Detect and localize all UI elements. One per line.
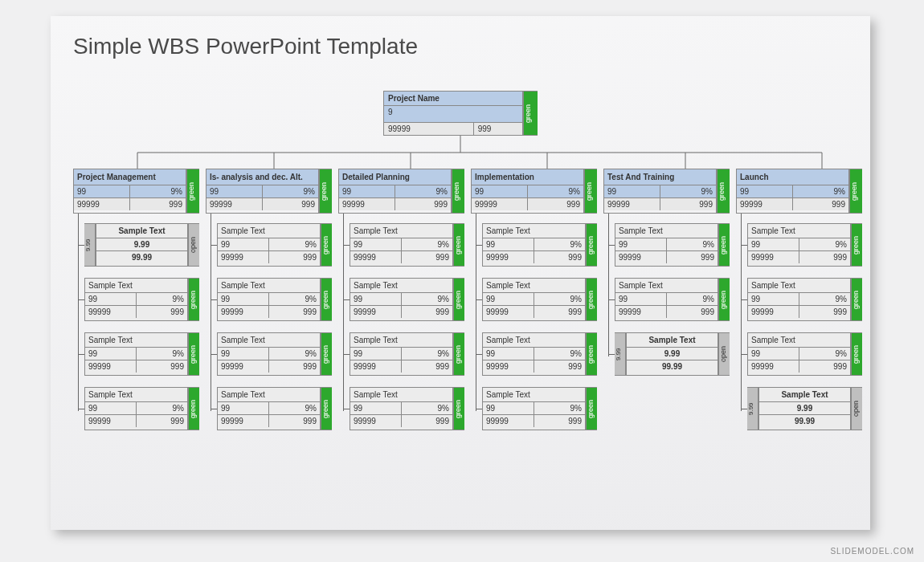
task-val-a: 99 xyxy=(748,238,799,250)
task-val-a: 99 xyxy=(350,293,402,305)
wbs-root-body: Project Name 9 99999 999 xyxy=(383,91,523,136)
task-status-badge: open xyxy=(851,387,862,430)
task-val-c: 99999 xyxy=(218,415,269,427)
category-status-badge: green xyxy=(584,169,597,214)
wbs-category: Implementation 999% 99999999 green Sampl… xyxy=(471,169,597,430)
task-val-a: 99 xyxy=(218,293,269,305)
cat-val-b: 9% xyxy=(528,185,583,198)
wbs-root: Project Name 9 99999 999 green xyxy=(383,91,538,136)
task-val-c: 99999 xyxy=(748,360,799,373)
task-title: Sample Text xyxy=(483,224,585,238)
task-val-b: 9% xyxy=(667,238,718,250)
task-val-c: 99999 xyxy=(218,251,269,263)
watermark: SLIDEMODEL.COM xyxy=(830,547,914,556)
task-val-d: 999 xyxy=(534,360,585,373)
category-name: Implementation xyxy=(472,169,583,185)
wbs-task: Sample Text 999% 99999999 green xyxy=(84,332,199,376)
wbs-category: Launch 999% 99999999 green Sample Text 9… xyxy=(736,169,862,430)
task-val-r3: 99.99 xyxy=(96,251,187,263)
task-val-d: 999 xyxy=(534,251,585,263)
task-val-c: 99999 xyxy=(218,360,269,373)
task-status-badge: green xyxy=(586,278,597,321)
task-status-badge: green xyxy=(851,223,862,267)
category-header: Project Management 999% 99999999 green xyxy=(73,169,199,214)
task-title: Sample Text xyxy=(350,224,452,238)
task-status-badge: green xyxy=(321,278,332,321)
cat-val-c: 99999 xyxy=(604,198,660,210)
task-val-d: 999 xyxy=(269,360,320,373)
task-val-d: 999 xyxy=(402,415,452,427)
task-val-a: 99 xyxy=(350,348,402,360)
category-header: Test And Training 999% 99999999 green xyxy=(603,169,730,214)
wbs-category: Test And Training 999% 99999999 green Sa… xyxy=(603,169,730,430)
category-header: Is- analysis and dec. Alt. 999% 99999999… xyxy=(206,169,332,214)
task-val-b: 9% xyxy=(534,238,585,250)
wbs-category: Is- analysis and dec. Alt. 999% 99999999… xyxy=(206,169,332,430)
category-header: Detailed Planning 999% 99999999 green xyxy=(338,169,464,214)
task-val-d: 999 xyxy=(269,415,320,427)
task-list: 9.99 Sample Text 9.99 99.99 open Sample … xyxy=(73,223,199,430)
task-val-b: 9% xyxy=(534,402,585,414)
cat-val-a: 99 xyxy=(74,185,130,198)
cat-val-c: 99999 xyxy=(339,198,395,210)
cat-val-d: 999 xyxy=(793,198,848,210)
task-val-b: 9% xyxy=(799,348,850,360)
task-left-label: 9.99 xyxy=(84,223,96,267)
wbs-categories: Project Management 999% 99999999 green 9… xyxy=(73,169,862,430)
task-val-a: 99 xyxy=(483,238,534,250)
task-left-label: 9.99 xyxy=(615,332,626,376)
task-val-c: 99999 xyxy=(483,360,534,373)
task-title: Sample Text xyxy=(615,279,718,293)
task-list: Sample Text 999% 99999999 green Sample T… xyxy=(206,223,332,430)
task-val-c: 99999 xyxy=(483,415,534,427)
task-val-d: 999 xyxy=(667,306,718,318)
task-status-badge: green xyxy=(453,223,464,267)
task-title: Sample Text xyxy=(218,224,320,238)
task-val-a: 99 xyxy=(615,238,667,250)
task-val-b: 9% xyxy=(269,348,320,360)
task-title: Sample Text xyxy=(483,333,585,348)
category-header: Implementation 999% 99999999 green xyxy=(471,169,597,214)
wbs-task: Sample Text 999% 99999999 green xyxy=(747,278,862,321)
task-title: Sample Text xyxy=(85,279,187,293)
task-val-c: 99999 xyxy=(350,415,402,427)
task-val-r3: 99.99 xyxy=(627,360,718,373)
task-val-c: 99999 xyxy=(218,306,269,318)
cat-val-d: 999 xyxy=(528,198,583,210)
task-val-c: 99999 xyxy=(748,251,799,263)
wbs-task: Sample Text 999% 99999999 green xyxy=(84,278,199,321)
task-title: Sample Text xyxy=(350,279,452,293)
task-list: Sample Text 999% 99999999 green Sample T… xyxy=(736,223,862,430)
root-value2b: 999 xyxy=(474,123,522,135)
task-val-d: 999 xyxy=(137,415,187,427)
root-value2a: 99999 xyxy=(384,123,474,135)
cat-val-a: 99 xyxy=(604,185,660,198)
category-status-badge: green xyxy=(849,169,862,214)
task-title: Sample Text xyxy=(218,279,320,293)
cat-val-a: 99 xyxy=(206,185,263,198)
task-val-r2: 9.99 xyxy=(759,402,850,415)
task-status-badge: green xyxy=(718,278,730,321)
wbs-task: Sample Text 999% 99999999 green xyxy=(482,387,597,430)
task-val-b: 9% xyxy=(799,238,850,250)
task-status-badge: green xyxy=(453,387,464,430)
task-status-badge: green xyxy=(321,223,332,267)
task-val-a: 99 xyxy=(85,348,137,360)
task-title: Sample Text xyxy=(627,333,718,348)
task-val-d: 999 xyxy=(534,306,585,318)
task-val-a: 99 xyxy=(748,293,799,305)
category-status-badge: green xyxy=(452,169,464,214)
category-name: Launch xyxy=(737,169,848,185)
task-title: Sample Text xyxy=(615,224,718,238)
wbs-task: Sample Text 999% 99999999 green xyxy=(217,278,332,321)
task-val-b: 9% xyxy=(402,238,452,250)
root-status-badge: green xyxy=(523,91,538,136)
task-val-a: 99 xyxy=(218,348,269,360)
category-name: Is- analysis and dec. Alt. xyxy=(206,169,318,185)
task-val-b: 9% xyxy=(402,293,452,305)
wbs-task: Sample Text 999% 99999999 green xyxy=(350,332,464,376)
task-val-c: 99999 xyxy=(615,251,667,263)
cat-val-a: 99 xyxy=(339,185,395,198)
category-name: Project Management xyxy=(74,169,186,185)
task-val-d: 999 xyxy=(402,251,452,263)
